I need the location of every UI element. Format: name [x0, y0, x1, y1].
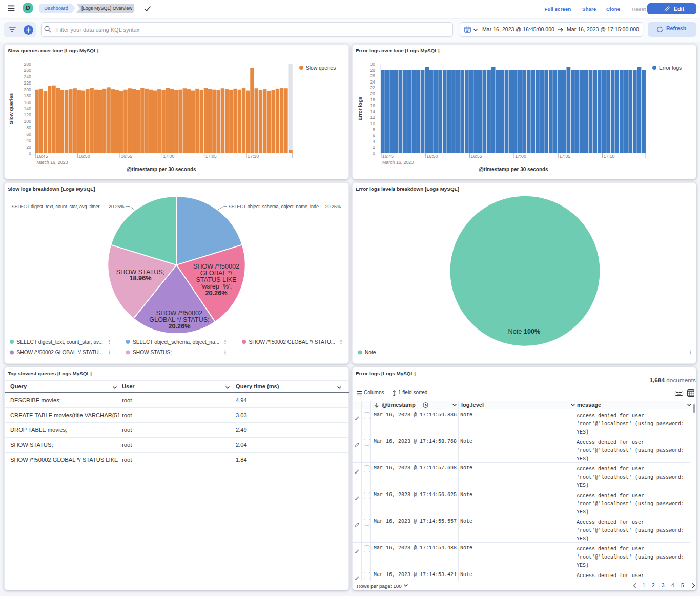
svg-text:SELECT digest_text, count_star: SELECT digest_text, count_star, avg_time…: [12, 204, 125, 209]
svg-text:'wsrep_%';: 'wsrep_%';: [201, 283, 232, 290]
svg-text:20: 20: [370, 91, 375, 96]
svg-text:20: 20: [26, 145, 31, 150]
svg-text:28: 28: [370, 68, 375, 73]
svg-text:140: 140: [24, 106, 31, 111]
svg-text:16:45: 16:45: [36, 154, 48, 159]
svg-text:4: 4: [373, 139, 375, 144]
svg-text:60: 60: [26, 132, 31, 137]
svg-text:SELECT digest_text, count_star: SELECT digest_text, count_star, av...: [17, 339, 103, 345]
svg-text:18: 18: [370, 97, 375, 102]
svg-text:16: 16: [370, 103, 375, 108]
svg-text:24: 24: [370, 79, 375, 85]
svg-text:SHOW STATUS;: SHOW STATUS;: [133, 350, 172, 355]
svg-text:16:50: 16:50: [426, 154, 438, 159]
svg-text:16:55: 16:55: [471, 154, 482, 159]
svg-text:280: 280: [24, 61, 31, 67]
svg-text:2: 2: [373, 145, 375, 150]
svg-text:17:10: 17:10: [248, 154, 259, 159]
svg-text:26: 26: [370, 73, 375, 78]
svg-text:40: 40: [26, 138, 31, 143]
svg-text:SHOW /*!50002: SHOW /*!50002: [193, 263, 239, 270]
svg-text:0: 0: [373, 151, 375, 156]
svg-text:Slow queries: Slow queries: [8, 93, 14, 124]
svg-text:16:45: 16:45: [382, 154, 394, 159]
svg-text:16:50: 16:50: [79, 154, 90, 159]
svg-text:18.96%: 18.96%: [129, 275, 151, 282]
svg-text:SELECT object_schema, object_n: SELECT object_schema, object_name, inde.…: [229, 204, 341, 209]
svg-text:17:10: 17:10: [604, 154, 615, 159]
svg-text:20.26%: 20.26%: [205, 290, 227, 297]
svg-text:12: 12: [370, 115, 375, 120]
svg-text:22: 22: [370, 85, 375, 90]
svg-text:17:05: 17:05: [205, 154, 217, 159]
svg-text:80: 80: [26, 125, 31, 130]
svg-text:16:55: 16:55: [121, 154, 132, 159]
svg-text:14: 14: [370, 109, 375, 114]
svg-text:240: 240: [24, 74, 31, 79]
svg-text:200: 200: [24, 87, 31, 92]
svg-text:6: 6: [373, 133, 375, 138]
svg-text:SHOW /*!50002 GLOBAL */ STATU.: SHOW /*!50002 GLOBAL */ STATU...: [249, 339, 336, 345]
svg-text:120: 120: [24, 112, 31, 117]
svg-text:17:00: 17:00: [163, 154, 174, 159]
svg-text:Error logs: Error logs: [357, 96, 363, 120]
svg-text:0: 0: [29, 151, 31, 156]
svg-text:@timestamp per 30 seconds: @timestamp per 30 seconds: [127, 167, 196, 172]
svg-text:STATUS LIKE: STATUS LIKE: [196, 276, 236, 283]
svg-text:10: 10: [370, 121, 375, 126]
svg-text:30: 30: [370, 61, 375, 67]
svg-text:GLOBAL */ STATUS;: GLOBAL */ STATUS;: [149, 316, 210, 323]
svg-text:160: 160: [24, 100, 31, 105]
svg-text:260: 260: [24, 68, 31, 73]
svg-text:GLOBAL */: GLOBAL */: [200, 270, 233, 277]
svg-text:17:00: 17:00: [515, 154, 526, 159]
svg-text:Slow queries: Slow queries: [306, 65, 336, 71]
svg-text:220: 220: [24, 80, 31, 86]
svg-text:100: 100: [24, 119, 31, 124]
svg-text:180: 180: [24, 93, 31, 98]
svg-text:March 16, 2023: March 16, 2023: [36, 160, 68, 165]
svg-text:SELECT object_schema, object_n: SELECT object_schema, object_na...: [133, 339, 219, 345]
svg-text:20.26%: 20.26%: [168, 323, 190, 330]
svg-text:SHOW /*!50002: SHOW /*!50002: [156, 310, 202, 317]
svg-text:March 16, 2023: March 16, 2023: [382, 160, 414, 165]
svg-text:@timestamp per 30 seconds: @timestamp per 30 seconds: [479, 167, 548, 172]
svg-text:SHOW /*!50002 GLOBAL */ STATU.: SHOW /*!50002 GLOBAL */ STATU...: [17, 350, 104, 355]
svg-text:8: 8: [373, 127, 375, 132]
svg-text:17:05: 17:05: [559, 154, 570, 159]
svg-text:Note 100%: Note 100%: [508, 328, 541, 335]
svg-text:Error logs: Error logs: [659, 65, 682, 71]
svg-text:Note: Note: [365, 350, 376, 355]
